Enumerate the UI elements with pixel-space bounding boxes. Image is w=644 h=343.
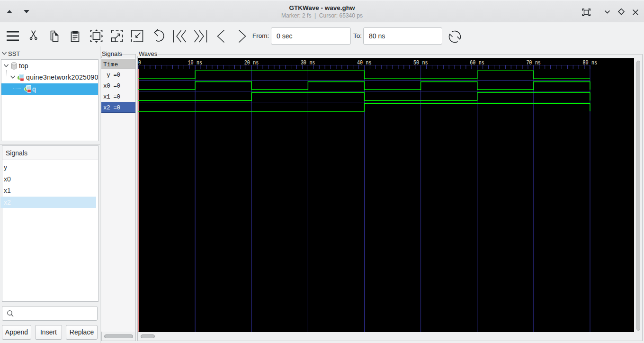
svg-text:0: 0 [138, 59, 141, 66]
svg-text:50: 50 [413, 59, 419, 66]
svg-text:30: 30 [301, 59, 306, 66]
svg-text:80: 80 [583, 59, 589, 66]
svg-text:20: 20 [244, 59, 250, 66]
svg-text:ns: ns [479, 59, 484, 66]
svg-text:70: 70 [526, 59, 532, 66]
svg-text:ns: ns [253, 59, 259, 66]
svg-text:ns: ns [422, 59, 428, 66]
svg-text:ns: ns [309, 59, 315, 66]
svg-text:10: 10 [188, 59, 194, 66]
svg-text:60: 60 [470, 59, 475, 66]
svg-text:ns: ns [197, 59, 202, 66]
svg-text:ns: ns [591, 59, 597, 66]
svg-text:ns: ns [366, 59, 372, 66]
svg-text:ns: ns [535, 59, 541, 66]
svg-text:40: 40 [357, 59, 363, 66]
